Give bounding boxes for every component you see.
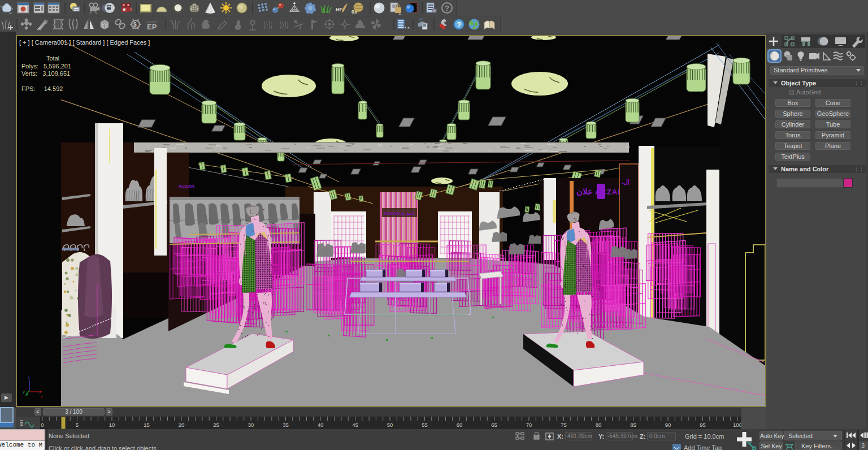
svg-text:?: ? (445, 4, 449, 12)
svg-text:5: 5 (76, 422, 79, 428)
svg-text:25: 25 (213, 422, 219, 428)
svg-text:y: y (23, 389, 25, 394)
svg-text:0: 0 (41, 422, 44, 428)
svg-text:15: 15 (144, 422, 150, 428)
svg-text:95: 95 (700, 422, 706, 428)
svg-text:60: 60 (457, 422, 463, 428)
svg-text:20: 20 (179, 422, 185, 428)
svg-text:ACZAN: ACZAN (179, 184, 194, 189)
svg-text:70: 70 (526, 422, 532, 428)
svg-text:.ل|: .ل| (622, 178, 630, 185)
svg-text:0x: 0x (351, 9, 357, 15)
svg-text:ACZAN д لاسل: ACZAN д لاسل (384, 211, 415, 216)
svg-text:z: z (28, 375, 30, 380)
svg-text:100: 100 (733, 422, 741, 428)
svg-text:90: 90 (665, 422, 671, 428)
svg-text:65: 65 (491, 422, 497, 428)
svg-text:35: 35 (283, 422, 289, 428)
svg-text:x: x (41, 394, 43, 399)
svg-text:HF: HF (336, 7, 342, 12)
svg-text:80: 80 (596, 422, 602, 428)
svg-text:55: 55 (422, 422, 428, 428)
svg-text:50: 50 (387, 422, 393, 428)
svg-text:G: G (251, 21, 254, 25)
svg-text:$: $ (133, 21, 137, 28)
svg-text:45: 45 (352, 422, 358, 428)
svg-text:?: ? (457, 21, 461, 29)
svg-text:40: 40 (318, 422, 324, 428)
svg-text:85: 85 (630, 422, 636, 428)
svg-text:30: 30 (248, 422, 254, 428)
svg-text:EP: EP (147, 23, 157, 31)
svg-text:75: 75 (561, 422, 567, 428)
svg-text:10: 10 (109, 422, 115, 428)
